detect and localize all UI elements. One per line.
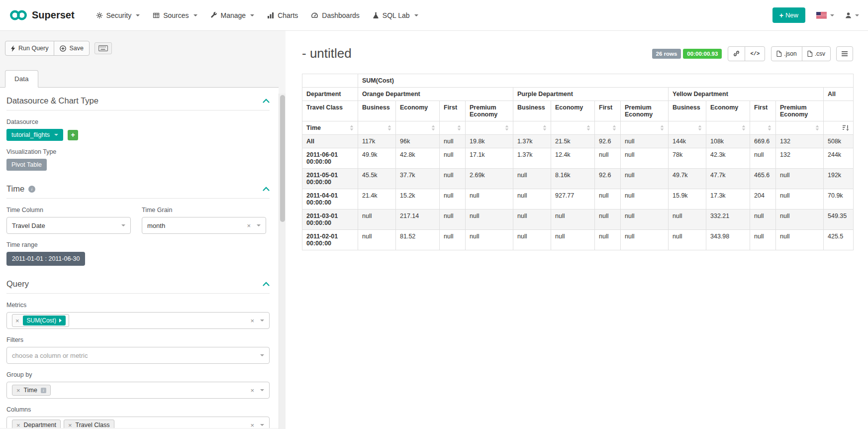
- query-section-header[interactable]: Query: [6, 279, 270, 294]
- all-column-header-cell: All: [824, 88, 854, 101]
- value-cell: null: [513, 230, 551, 250]
- column-sort-header[interactable]: [706, 121, 750, 135]
- caret-down-icon: [54, 134, 58, 136]
- column-sort-header[interactable]: [513, 121, 551, 135]
- travel-class-cell: Business: [513, 101, 551, 121]
- value-cell: null: [466, 210, 513, 230]
- time-range-button[interactable]: 2011-01-01 : 2011-06-30: [6, 252, 85, 266]
- chart-menu-button[interactable]: [836, 46, 853, 61]
- nav-sql-lab[interactable]: SQL Lab: [366, 0, 425, 30]
- column-sort-header[interactable]: [358, 121, 396, 135]
- caret-down-icon: [257, 224, 261, 226]
- column-sort-header[interactable]: [669, 121, 706, 135]
- value-cell: null: [440, 169, 466, 189]
- bar-chart-icon: [267, 12, 274, 19]
- column-token[interactable]: × Department: [12, 420, 61, 428]
- columns-select[interactable]: × Department × Travel Class ×: [6, 417, 270, 428]
- value-cell: null: [750, 210, 776, 230]
- column-sort-header[interactable]: [776, 121, 824, 135]
- chevron-up-icon: [263, 99, 270, 103]
- keyboard-shortcuts-button[interactable]: [95, 42, 112, 54]
- value-cell: 244k: [824, 148, 854, 169]
- time-column-select[interactable]: Travel Date: [6, 217, 131, 234]
- groupby-select[interactable]: × Time i ×: [6, 382, 270, 399]
- nav-sources[interactable]: Sources: [146, 0, 203, 30]
- remove-icon[interactable]: ×: [16, 422, 20, 429]
- caret-down-icon: [136, 14, 140, 16]
- embed-code-button[interactable]: </>: [745, 46, 765, 61]
- nav-manage[interactable]: Manage: [204, 0, 261, 30]
- value-cell: null: [669, 230, 706, 250]
- export-json-button[interactable]: .json: [771, 46, 802, 61]
- all-sort-header[interactable]: [824, 121, 854, 135]
- caret-down-icon: [260, 354, 264, 356]
- time-grain-label: Time Grain: [142, 207, 266, 214]
- remove-icon[interactable]: ×: [15, 318, 19, 324]
- filters-select[interactable]: choose a column or metric: [6, 347, 270, 364]
- pivot-table: SUM(Cost)DepartmentOrange DepartmentPurp…: [302, 74, 854, 250]
- language-menu[interactable]: [816, 12, 834, 18]
- nav-dashboards[interactable]: Dashboards: [304, 0, 366, 30]
- scrollbar-thumb[interactable]: [280, 95, 285, 222]
- share-link-button[interactable]: [728, 46, 745, 61]
- nav-charts[interactable]: Charts: [261, 0, 304, 30]
- time-sort-header[interactable]: Time: [302, 121, 358, 135]
- clear-icon[interactable]: ×: [250, 422, 254, 429]
- panel-scrollbar[interactable]: [279, 94, 286, 429]
- sort-icon: [431, 125, 435, 131]
- table-corner-cell: [302, 74, 358, 88]
- caret-down-icon: [121, 224, 125, 226]
- value-cell: 78k: [669, 148, 706, 169]
- explore-datasource-button[interactable]: +: [68, 130, 78, 140]
- value-cell: 192k: [824, 169, 854, 189]
- new-button[interactable]: + New: [772, 7, 805, 23]
- pivot-head: SUM(Cost)DepartmentOrange DepartmentPurp…: [302, 74, 854, 135]
- value-cell: null: [776, 210, 824, 230]
- user-menu[interactable]: [845, 12, 859, 18]
- export-csv-button[interactable]: .csv: [802, 46, 831, 61]
- column-token[interactable]: × Travel Class: [64, 420, 114, 428]
- clear-icon[interactable]: ×: [250, 387, 254, 394]
- value-cell: 49.7k: [669, 169, 706, 189]
- value-cell: 21.4k: [358, 189, 396, 210]
- column-sort-header[interactable]: [750, 121, 776, 135]
- row-time-cell: All: [302, 135, 358, 148]
- travel-class-cell: Economy: [551, 101, 595, 121]
- time-section-header[interactable]: Time i: [6, 184, 270, 199]
- superset-logo[interactable]: Superset: [9, 9, 75, 21]
- metrics-select[interactable]: × SUM(Cost) ×: [6, 312, 270, 329]
- run-query-button[interactable]: Run Query: [5, 41, 54, 56]
- column-sort-header[interactable]: [466, 121, 513, 135]
- remove-icon[interactable]: ×: [16, 387, 20, 394]
- row-time-cell: 2011-04-01 00:00:00: [302, 189, 358, 210]
- file-icon: [807, 51, 812, 57]
- clear-icon[interactable]: ×: [247, 222, 251, 229]
- columns-label: Columns: [6, 406, 270, 413]
- travel-class-cell: Economy: [706, 101, 750, 121]
- value-cell: 42.3k: [706, 148, 750, 169]
- keyboard-icon: [98, 45, 108, 51]
- clear-icon[interactable]: ×: [250, 318, 254, 324]
- save-button[interactable]: Save: [54, 41, 90, 56]
- datasource-section-header[interactable]: Datasource & Chart Type: [6, 96, 270, 110]
- travel-class-cell: Economy: [396, 101, 440, 121]
- value-cell: 8.16k: [551, 169, 595, 189]
- column-sort-header[interactable]: [440, 121, 466, 135]
- datasource-value: tutorial_flights: [11, 131, 50, 138]
- column-sort-header[interactable]: [551, 121, 595, 135]
- viz-type-select[interactable]: Pivot Table: [6, 159, 47, 171]
- column-sort-header[interactable]: [396, 121, 440, 135]
- nav-security[interactable]: Security: [90, 0, 147, 30]
- datasource-select[interactable]: tutorial_flights: [6, 129, 63, 141]
- groupby-token[interactable]: × Time i: [12, 385, 51, 396]
- time-grain-select[interactable]: month ×: [142, 217, 266, 234]
- section-title: Datasource & Chart Type: [6, 96, 98, 106]
- code-icon: </>: [750, 51, 760, 57]
- sort-icon: [698, 125, 702, 131]
- metric-token[interactable]: × SUM(Cost): [12, 314, 69, 327]
- column-sort-header[interactable]: [595, 121, 621, 135]
- time-range-label: Time range: [6, 241, 270, 248]
- tab-data[interactable]: Data: [5, 70, 38, 88]
- column-sort-header[interactable]: [621, 121, 669, 135]
- remove-icon[interactable]: ×: [68, 422, 72, 429]
